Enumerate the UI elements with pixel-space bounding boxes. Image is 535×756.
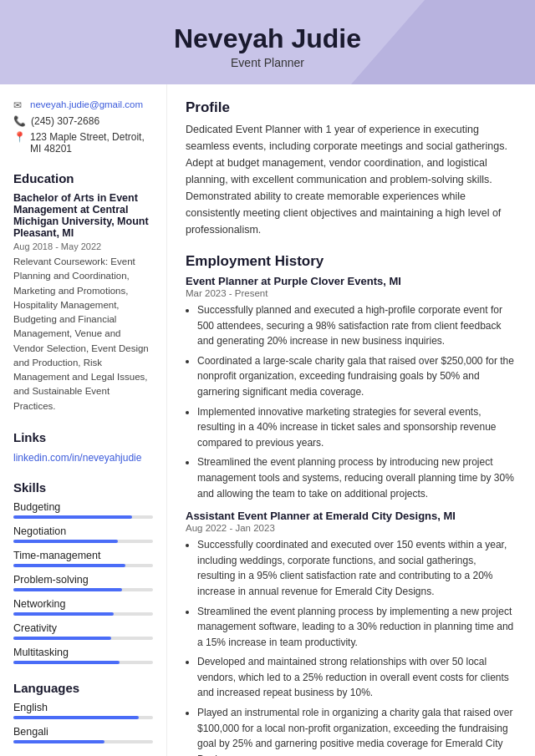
job-bullet: Developed and maintained strong relation… <box>197 654 517 701</box>
job-title: Assistant Event Planner at Emerald City … <box>186 510 517 522</box>
skill-bar-bg <box>13 515 153 519</box>
contact-address-row: 📍 123 Maple Street, Detroit, MI 48201 <box>13 131 153 155</box>
employment-section: Employment History Event Planner at Purp… <box>186 253 517 756</box>
skill-bar-fill <box>13 637 111 640</box>
lang-label: English <box>13 702 153 713</box>
job-date: Mar 2023 - Present <box>186 288 517 298</box>
skill-label: Multitasking <box>13 647 153 658</box>
email-link[interactable]: neveyah.judie@gmail.com <box>30 99 143 109</box>
edu-coursework: Relevant Coursework: Event Planning and … <box>13 255 153 414</box>
profile-section: Profile Dedicated Event Planner with 1 y… <box>186 99 517 238</box>
job-entry: Event Planner at Purple Clover Events, M… <box>186 275 517 501</box>
skill-bar-fill <box>13 588 122 591</box>
skill-bar-fill <box>13 564 125 567</box>
skill-item: Time-management <box>13 550 153 567</box>
job-date: Aug 2022 - Jan 2023 <box>186 523 517 533</box>
lang-bar-bg <box>13 716 153 719</box>
skill-bar-bg <box>13 588 153 591</box>
main-content: Profile Dedicated Event Planner with 1 y… <box>167 84 535 756</box>
lang-bar-fill <box>13 740 104 743</box>
skill-bar-bg <box>13 564 153 567</box>
phone-icon: 📞 <box>13 115 26 127</box>
job-bullet: Coordinated a large-scale charity gala t… <box>197 353 517 400</box>
skill-item: Budgeting <box>13 501 153 519</box>
languages-title: Languages <box>13 681 153 695</box>
edu-degree: Bachelor of Arts in Event Management at … <box>13 192 153 239</box>
skill-label: Problem-solving <box>13 574 153 586</box>
skill-bar-fill <box>13 612 114 616</box>
header: Neveyah Judie Event Planner <box>0 0 535 84</box>
skill-item: Networking <box>13 598 153 616</box>
skill-bar-bg <box>13 540 153 543</box>
job-bullet: Played an instrumental role in organizin… <box>197 705 517 756</box>
job-bullet: Streamlined the event planning process b… <box>197 604 517 651</box>
skills-section: Skills Budgeting Negotiation Time-manage… <box>13 480 153 664</box>
skills-list: Budgeting Negotiation Time-management Pr… <box>13 501 153 664</box>
job-bullet: Streamlined the event planning process b… <box>197 454 517 501</box>
sidebar: ✉ neveyah.judie@gmail.com 📞 (245) 307-26… <box>0 84 167 756</box>
skill-label: Networking <box>13 598 153 610</box>
job-bullets-list: Successfully coordinated and executed ov… <box>186 537 517 756</box>
contact-section: ✉ neveyah.judie@gmail.com 📞 (245) 307-26… <box>13 99 153 155</box>
body-layout: ✉ neveyah.judie@gmail.com 📞 (245) 307-26… <box>0 84 535 756</box>
skill-item: Creativity <box>13 622 153 640</box>
job-bullet: Successfully planned and executed a high… <box>197 302 517 349</box>
skill-bar-fill <box>13 540 118 543</box>
phone-number: (245) 307-2686 <box>31 115 99 127</box>
skill-item: Problem-solving <box>13 574 153 591</box>
education-title: Education <box>13 171 153 185</box>
employment-title: Employment History <box>186 253 517 270</box>
skill-bar-bg <box>13 661 153 664</box>
job-bullet: Implemented innovative marketing strateg… <box>197 404 517 451</box>
lang-bar-bg <box>13 740 153 743</box>
lang-item: English <box>13 702 153 719</box>
profile-text: Dedicated Event Planner with 1 year of e… <box>186 121 517 238</box>
candidate-name: Neveyah Judie <box>17 23 518 54</box>
email-icon: ✉ <box>13 99 25 111</box>
languages-list: English Bengali <box>13 702 153 743</box>
skill-bar-fill <box>13 661 120 664</box>
candidate-title: Event Planner <box>17 56 518 69</box>
profile-title: Profile <box>186 99 517 116</box>
languages-section: Languages English Bengali <box>13 681 153 743</box>
edu-dates: Aug 2018 - May 2022 <box>13 241 153 251</box>
skill-label: Budgeting <box>13 501 153 513</box>
job-title: Event Planner at Purple Clover Events, M… <box>186 275 517 287</box>
skill-bar-bg <box>13 637 153 640</box>
skill-label: Time-management <box>13 550 153 561</box>
linkedin-link[interactable]: linkedin.com/in/neveyahjudie <box>13 452 141 464</box>
skill-bar-fill <box>13 515 132 519</box>
skill-bar-bg <box>13 612 153 616</box>
skills-title: Skills <box>13 480 153 495</box>
location-icon: 📍 <box>13 131 25 143</box>
skill-label: Negotiation <box>13 525 153 537</box>
lang-bar-fill <box>13 716 139 719</box>
skill-item: Multitasking <box>13 647 153 664</box>
lang-label: Bengali <box>13 726 153 738</box>
links-section: Links linkedin.com/in/neveyahjudie <box>13 430 153 464</box>
job-bullets-list: Successfully planned and executed a high… <box>186 302 517 501</box>
contact-phone-row: 📞 (245) 307-2686 <box>13 115 153 127</box>
job-bullet: Successfully coordinated and executed ov… <box>197 537 517 599</box>
skill-label: Creativity <box>13 622 153 634</box>
links-title: Links <box>13 430 153 444</box>
address: 123 Maple Street, Detroit, MI 48201 <box>30 131 153 155</box>
contact-email-row: ✉ neveyah.judie@gmail.com <box>13 99 153 111</box>
education-section: Education Bachelor of Arts in Event Mana… <box>13 171 153 414</box>
skill-item: Negotiation <box>13 525 153 543</box>
job-entry: Assistant Event Planner at Emerald City … <box>186 510 517 756</box>
jobs-list: Event Planner at Purple Clover Events, M… <box>186 275 517 756</box>
lang-item: Bengali <box>13 726 153 743</box>
